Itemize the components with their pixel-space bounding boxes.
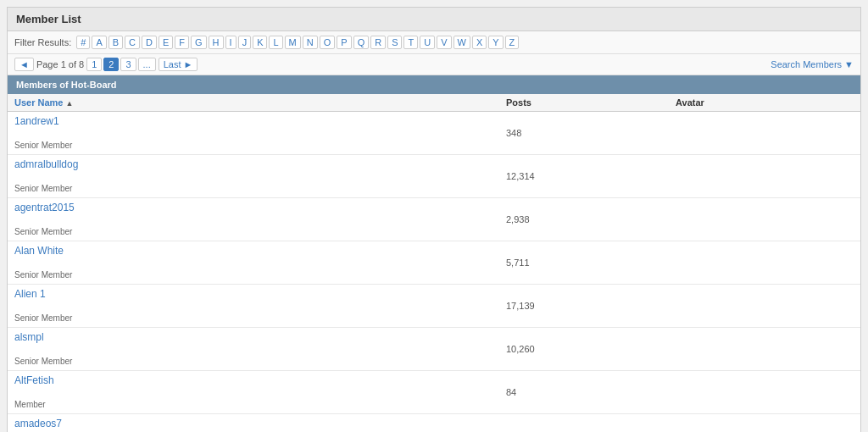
alpha-filter-m[interactable]: M [285, 36, 301, 49]
prev-button[interactable]: ◄ [14, 58, 34, 71]
alpha-filter-b[interactable]: B [108, 36, 123, 49]
sort-arrow-icon: ▲ [66, 99, 74, 108]
pagination-bar: ◄ Page 1 of 8 123... Last ► Search Membe… [8, 54, 860, 75]
alpha-filter-u[interactable]: U [420, 36, 435, 49]
member-name-link[interactable]: AltFetish [14, 374, 506, 386]
page-button-3[interactable]: 3 [120, 58, 136, 71]
page-info: Page 1 of 8 [36, 59, 84, 69]
member-name-cell: 1andrew1Senior Member [14, 115, 506, 151]
page-button-...[interactable]: ... [138, 58, 156, 71]
alpha-filter-l[interactable]: L [269, 36, 282, 49]
alpha-filter-n[interactable]: N [303, 36, 318, 49]
filter-label: Filter Results: [14, 37, 71, 47]
alpha-filter-v[interactable]: V [437, 36, 451, 49]
member-type-label: Senior Member [14, 313, 72, 323]
alpha-filter-k[interactable]: K [253, 36, 267, 49]
member-type-label: Senior Member [14, 227, 72, 236]
alpha-filter-g[interactable]: G [191, 36, 207, 49]
alpha-filter-x[interactable]: X [472, 36, 487, 49]
member-type-label: Senior Member [14, 357, 72, 366]
member-name-cell: agentrat2015Senior Member [14, 202, 506, 237]
member-name-cell: amadeos7Senior Member [14, 418, 506, 432]
table-row: Alan WhiteSenior Member5,711 [8, 241, 860, 285]
pagination-left: ◄ Page 1 of 8 123... Last ► [14, 58, 198, 71]
members-section-header: Members of Hot-Board [8, 75, 860, 94]
alpha-filter-i[interactable]: I [225, 36, 236, 49]
alpha-filter-a[interactable]: A [92, 36, 106, 49]
alpha-filter-w[interactable]: W [453, 36, 470, 49]
member-name-cell: alsmplSenior Member [14, 331, 506, 367]
avatar-column-header: Avatar [676, 97, 854, 108]
member-name-link[interactable]: agentrat2015 [14, 202, 506, 213]
member-name-link[interactable]: alsmpl [14, 331, 506, 343]
alpha-filter-p[interactable]: P [337, 36, 351, 49]
alpha-filter-r[interactable]: R [370, 36, 386, 49]
member-name-link[interactable]: 1andrew1 [14, 115, 506, 127]
alpha-filter-q[interactable]: Q [353, 36, 370, 49]
alpha-filter-f[interactable]: F [175, 36, 189, 49]
table-header: User Name ▲ Posts Avatar [8, 94, 860, 112]
alpha-filter-buttons: #ABCDEFGHIJKLMNOPQRSTUVWXYZ [76, 36, 519, 49]
alpha-filter-s[interactable]: S [387, 36, 402, 49]
search-members-button[interactable]: Search Members ▼ [771, 59, 854, 69]
table-row: AltFetishMember84 [8, 371, 860, 414]
page-button-1[interactable]: 1 [86, 58, 102, 71]
member-posts-count: 84 [506, 387, 676, 397]
member-name-cell: Alien 1Senior Member [14, 288, 506, 324]
table-row: agentrat2015Senior Member2,938 [8, 198, 860, 241]
page-buttons: 123... [86, 58, 156, 71]
member-name-cell: admralbulldogSenior Member [14, 158, 506, 194]
table-row: admralbulldogSenior Member12,314 [8, 155, 860, 198]
member-posts-count: 5,711 [506, 258, 676, 268]
member-name-cell: Alan WhiteSenior Member [14, 245, 506, 280]
member-type-label: Member [14, 400, 46, 409]
member-type-label: Senior Member [14, 270, 72, 280]
last-button[interactable]: Last ► [159, 58, 198, 71]
member-name-link[interactable]: amadeos7 [14, 418, 506, 429]
member-posts-count: 10,260 [506, 344, 676, 354]
member-posts-count: 348 [506, 128, 676, 138]
table-row: amadeos7Senior Member518 [8, 414, 860, 432]
member-name-link[interactable]: Alien 1 [14, 288, 506, 300]
member-name-link[interactable]: Alan White [14, 245, 506, 257]
member-type-label: Senior Member [14, 184, 72, 193]
member-name-link[interactable]: admralbulldog [14, 158, 506, 170]
alpha-filter-z[interactable]: Z [505, 36, 520, 49]
alpha-filter-d[interactable]: D [142, 36, 157, 49]
alpha-filter-c[interactable]: C [125, 36, 140, 49]
table-row: Alien 1Senior Member17,139 [8, 285, 860, 328]
alpha-filter-y[interactable]: Y [488, 36, 503, 49]
page-button-2[interactable]: 2 [103, 58, 119, 71]
member-list-container: Member List Filter Results: #ABCDEFGHIJK… [7, 7, 861, 432]
username-column-header[interactable]: User Name ▲ [14, 97, 506, 108]
posts-column-header: Posts [506, 97, 676, 108]
member-posts-count: 2,938 [506, 214, 676, 224]
alpha-filter-j[interactable]: J [238, 36, 252, 49]
filter-bar: Filter Results: #ABCDEFGHIJKLMNOPQRSTUVW… [8, 31, 860, 54]
member-name-cell: AltFetishMember [14, 374, 506, 410]
member-type-label: Senior Member [14, 141, 72, 150]
member-posts-count: 12,314 [506, 171, 676, 181]
alpha-filter-#[interactable]: # [76, 36, 90, 49]
member-table-body: 1andrew1Senior Member348admralbulldogSen… [8, 112, 860, 432]
alpha-filter-e[interactable]: E [159, 36, 173, 49]
page-title: Member List [8, 8, 860, 31]
alpha-filter-t[interactable]: T [403, 36, 418, 49]
member-posts-count: 17,139 [506, 301, 676, 311]
alpha-filter-o[interactable]: O [320, 36, 336, 49]
table-row: alsmplSenior Member10,260 [8, 328, 860, 371]
alpha-filter-h[interactable]: H [209, 36, 224, 49]
table-row: 1andrew1Senior Member348 [8, 112, 860, 155]
